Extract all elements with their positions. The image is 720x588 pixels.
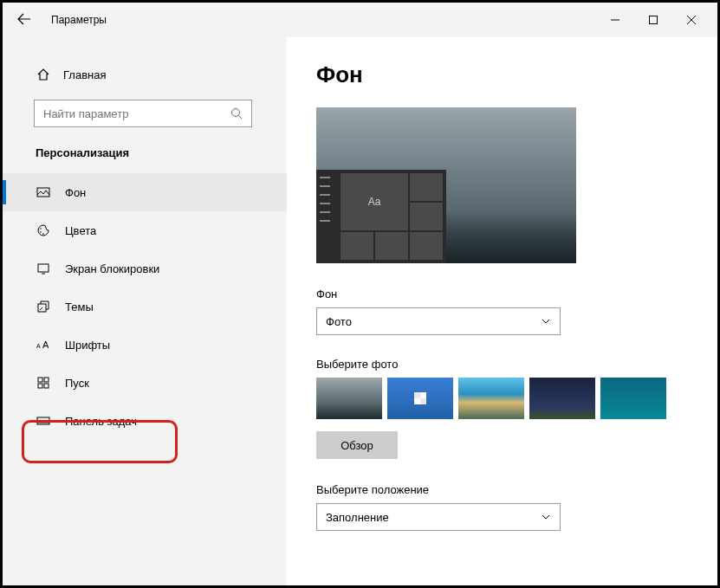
sidebar-item-label: Шрифты	[65, 339, 110, 352]
photo-thumb-5[interactable]	[600, 378, 666, 419]
sidebar-item-colors[interactable]: Цвета	[3, 211, 287, 249]
svg-rect-17	[37, 417, 49, 424]
image-icon	[36, 184, 51, 200]
photo-thumb-4[interactable]	[529, 378, 595, 419]
preview-tile-sample: Aa	[341, 173, 408, 230]
taskbar-icon	[36, 413, 51, 429]
themes-icon	[36, 299, 51, 314]
svg-rect-1	[650, 16, 658, 24]
sidebar-item-fonts[interactable]: AA Шрифты	[3, 326, 287, 364]
main-content: Фон Aa Фон	[287, 37, 717, 585]
sidebar-item-label: Экран блокировки	[65, 262, 159, 275]
category-label: Персонализация	[3, 127, 287, 173]
background-label: Фон	[316, 288, 683, 300]
dropdown-value: Фото	[326, 315, 352, 328]
svg-point-2	[232, 109, 240, 117]
svg-point-5	[40, 228, 42, 229]
background-dropdown[interactable]: Фото	[316, 307, 561, 335]
preview-start-menu: Aa	[316, 170, 446, 263]
photo-thumb-3[interactable]	[458, 378, 524, 419]
position-dropdown[interactable]: Заполнение	[316, 503, 561, 531]
sidebar-item-label: Пуск	[65, 377, 89, 390]
maximize-button[interactable]	[634, 7, 672, 33]
svg-point-6	[40, 231, 42, 233]
chevron-down-icon	[541, 316, 551, 326]
sidebar-item-label: Фон	[65, 186, 86, 199]
page-title: Фон	[316, 61, 683, 88]
settings-window: Параметры Главная Персонализация Фон	[0, 0, 720, 588]
sidebar-item-start[interactable]: Пуск	[3, 364, 287, 402]
lockscreen-icon	[36, 261, 51, 276]
search-box[interactable]	[34, 100, 252, 127]
svg-point-7	[42, 233, 44, 235]
photo-thumb-1[interactable]	[316, 378, 382, 419]
chevron-down-icon	[541, 512, 551, 522]
position-label: Выберите положение	[316, 483, 683, 496]
sidebar-item-label: Цвета	[65, 224, 96, 237]
home-nav[interactable]: Главная	[3, 60, 287, 89]
svg-text:A: A	[42, 339, 49, 350]
start-icon	[36, 375, 51, 391]
home-icon	[36, 67, 51, 82]
photo-thumbnails	[316, 378, 683, 419]
desktop-preview: Aa	[316, 107, 576, 263]
sidebar-item-lockscreen[interactable]: Экран блокировки	[3, 249, 287, 288]
svg-rect-16	[44, 384, 49, 388]
sidebar: Главная Персонализация Фон Цвета Экран б…	[3, 37, 287, 585]
sidebar-item-themes[interactable]: Темы	[3, 288, 287, 326]
sidebar-item-background[interactable]: Фон	[3, 173, 287, 211]
titlebar: Параметры	[3, 3, 717, 37]
fonts-icon: AA	[36, 337, 51, 352]
choose-photo-label: Выберите фото	[316, 358, 683, 371]
close-button[interactable]	[672, 7, 710, 33]
back-button[interactable]	[16, 11, 34, 29]
search-icon	[230, 107, 243, 120]
svg-text:A: A	[36, 343, 41, 349]
home-label: Главная	[63, 68, 106, 81]
window-controls	[596, 7, 710, 33]
sidebar-item-taskbar[interactable]: Панель задач	[3, 402, 287, 440]
sidebar-item-label: Панель задач	[65, 415, 137, 428]
search-input[interactable]	[43, 107, 217, 120]
minimize-button[interactable]	[596, 7, 634, 33]
photo-thumb-2[interactable]	[387, 378, 453, 419]
dropdown-value: Заполнение	[326, 511, 389, 524]
window-title: Параметры	[51, 14, 107, 26]
svg-rect-15	[38, 384, 42, 388]
svg-rect-8	[38, 264, 49, 272]
sidebar-item-label: Темы	[65, 300, 94, 313]
svg-line-3	[239, 116, 243, 120]
palette-icon	[36, 223, 51, 238]
svg-rect-14	[44, 378, 49, 382]
browse-button[interactable]: Обзор	[316, 431, 398, 459]
svg-rect-13	[38, 378, 42, 382]
